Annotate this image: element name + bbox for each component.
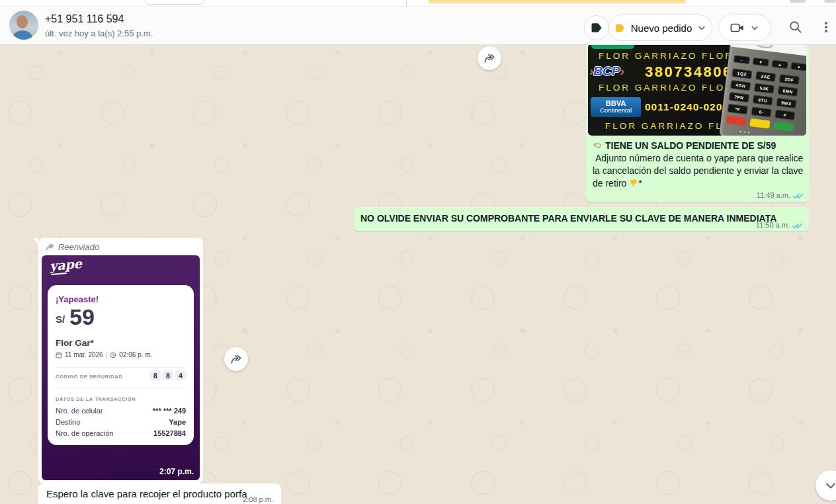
row-value: 15527884 xyxy=(153,429,186,437)
row-label: Destino xyxy=(56,418,80,426)
chevron-down-icon xyxy=(750,23,759,32)
security-digit: 8 xyxy=(163,370,173,380)
message-text: NO OLVIDE ENVIAR SU COMPROBANTE PARA ENV… xyxy=(360,213,776,224)
security-digit: 4 xyxy=(175,370,186,380)
forwarded-label-row: Reenviado xyxy=(45,242,99,252)
video-call-button[interactable] xyxy=(718,15,771,41)
receipt-payee: Flor Gar* xyxy=(56,338,94,348)
row-value: *** *** 249 xyxy=(153,407,186,415)
pointing-down-emoji-icon xyxy=(629,178,638,189)
receipt-date-row: 11 mar. 2026 | 02:06 p. m. xyxy=(56,351,152,358)
contact-avatar[interactable] xyxy=(9,11,38,40)
row-value: Yape xyxy=(169,418,186,426)
message-incoming-clave: Espero la clave para recojer el producto… xyxy=(38,483,281,504)
message-incoming-forwarded: Reenviado yape ¡Yapeaste! S/ 59 Flor Gar… xyxy=(38,238,203,483)
search-button[interactable] xyxy=(784,16,807,38)
receipt-time: 02:06 p. m. xyxy=(119,351,152,358)
security-code-label: CÓDIGO DE SEGURIDAD xyxy=(56,374,122,380)
message-outgoing-comprobante: NO OLVIDE ENVIAR SU COMPROBANTE PARA ENV… xyxy=(354,207,809,231)
saldo-body: Adjunto número de cuenta o yape para que… xyxy=(593,153,806,189)
transaction-section-label: DATOS DE LA TRANSACCIÓN xyxy=(56,396,136,402)
receipt-card: ¡Yapeaste! S/ 59 Flor Gar* 11 mar. 2026 … xyxy=(48,285,194,445)
scroll-to-bottom-button[interactable] xyxy=(815,470,836,501)
pos-terminal-graphic: – ▼ ▲ ● 1QZ 2AE 3DF 4GH 5JK 6MN 7PR 8TU … xyxy=(719,44,806,136)
receipt-title: ¡Yapeaste! xyxy=(56,294,99,304)
image-timestamp: 2:07 p.m. xyxy=(159,467,194,476)
avatar-body xyxy=(13,30,32,40)
yellow-label-icon xyxy=(614,22,626,34)
top-strip xyxy=(0,0,836,7)
top-strip-divider xyxy=(406,0,407,7)
transaction-row: Nro. de celular *** *** 249 xyxy=(56,407,186,415)
menu-button[interactable] xyxy=(815,16,836,38)
label-button[interactable] xyxy=(584,15,609,40)
divider xyxy=(56,367,186,368)
message-text: TIENE UN SALDO PENDIENTE DE S/59 Adjunto… xyxy=(593,140,806,190)
top-strip-tab-fragment xyxy=(144,0,205,5)
calendar-icon xyxy=(56,352,62,358)
chevron-down-icon xyxy=(697,23,706,32)
clock-icon xyxy=(110,352,116,358)
receipt-amount: 59 xyxy=(69,304,95,330)
top-strip-fragment xyxy=(790,0,806,3)
label-tag-icon xyxy=(590,21,603,34)
receipt-date: 11 mar. 2026 xyxy=(65,351,103,358)
yape-logo: yape xyxy=(49,256,82,273)
message-time: 11:50 a.m. xyxy=(756,221,790,229)
message-meta: 11:49 a.m. xyxy=(757,191,804,199)
label-emoji-icon xyxy=(593,141,603,151)
forward-message-button[interactable] xyxy=(224,347,248,371)
top-strip-fragment xyxy=(824,0,836,3)
account-holder-name: FLOR GARRIAZO FLORES xyxy=(599,51,749,61)
video-camera-icon xyxy=(730,22,745,34)
search-icon xyxy=(788,20,803,34)
bbva-logo: BBVA Continental xyxy=(591,97,641,117)
security-code-digits: 8 8 4 xyxy=(150,370,186,380)
transaction-row: Destino Yape xyxy=(56,418,186,426)
chevron-down-icon xyxy=(823,478,836,493)
forward-arrow-icon xyxy=(230,353,243,366)
message-time: 11:49 a.m. xyxy=(757,191,790,199)
forward-arrow-icon xyxy=(483,52,496,65)
yape-receipt-image[interactable]: yape ¡Yapeaste! S/ 59 Flor Gar* 11 mar. … xyxy=(42,255,200,480)
top-strip-yellow-highlight xyxy=(429,0,685,3)
separator: | xyxy=(106,351,108,358)
row-label: Nro. de operación xyxy=(56,429,113,437)
receipt-currency: S/ xyxy=(56,314,65,325)
row-label: Nro. de celular xyxy=(56,407,103,415)
forward-arrow-icon xyxy=(45,242,55,252)
divider xyxy=(56,388,186,388)
contact-name[interactable]: +51 951 116 594 xyxy=(45,13,124,25)
order-status-label: Nuevo pedido xyxy=(631,22,692,34)
avatar-face xyxy=(16,15,29,29)
bank-accounts-image[interactable]: FLOR GARRIAZO FLORES ›BCP› 3807348063402… xyxy=(588,44,806,136)
chat-header: +51 951 116 594 últ. vez hoy a la(s) 2:5… xyxy=(0,7,836,45)
saldo-suffix: * xyxy=(638,178,642,189)
message-outgoing-saldo: FLOR GARRIAZO FLORES ›BCP› 3807348063402… xyxy=(586,40,809,202)
forward-message-button[interactable] xyxy=(478,46,501,70)
forwarded-label: Reenviado xyxy=(58,242,99,252)
security-digit: 8 xyxy=(150,370,161,380)
double-check-icon xyxy=(792,192,804,199)
kebab-menu-icon xyxy=(825,21,827,34)
message-time: 2:08 p.m. xyxy=(243,495,273,503)
last-seen-status: últ. vez hoy a la(s) 2:55 p.m. xyxy=(45,28,153,38)
transaction-row: Nro. de operación 15527884 xyxy=(56,429,186,437)
message-text: Espero la clave para recojer el producto… xyxy=(46,488,247,499)
saldo-headline: TIENE UN SALDO PENDIENTE DE S/59 xyxy=(605,140,776,152)
order-status-button[interactable]: Nuevo pedido xyxy=(608,15,712,41)
bcp-logo: ›BCP› xyxy=(589,64,624,79)
double-check-icon xyxy=(792,222,803,229)
whatsapp-chat-screen: +51 951 116 594 últ. vez hoy a la(s) 2:5… xyxy=(0,0,836,504)
message-meta: 11:50 a.m. xyxy=(756,221,803,229)
